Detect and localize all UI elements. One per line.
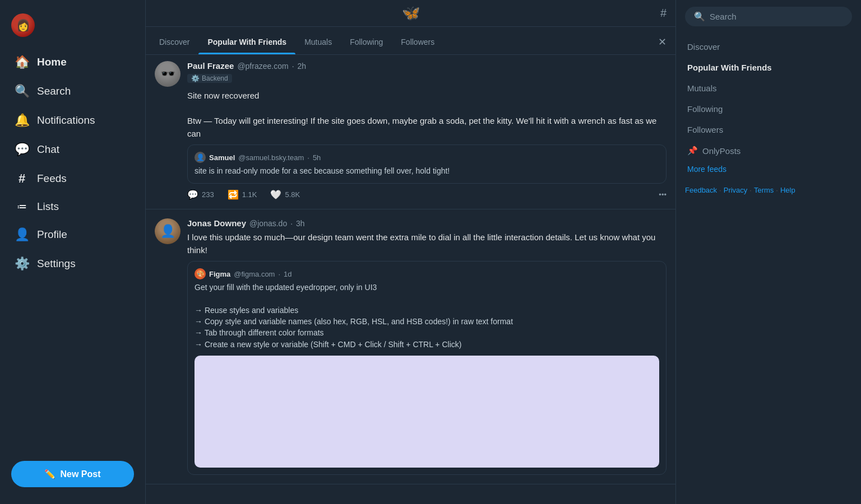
user-avatar[interactable]: 👩 <box>11 13 35 37</box>
sidebar-item-chat[interactable]: 💬 Chat <box>3 136 142 164</box>
sidebar-item-settings[interactable]: ⚙️ Settings <box>3 250 142 278</box>
right-nav-discover[interactable]: Discover <box>685 36 852 57</box>
sidebar-item-notifications[interactable]: 🔔 Notifications <box>3 106 142 134</box>
tab-mutuals[interactable]: Mutuals <box>295 30 341 54</box>
logo-butterfly-icon: 🦋 <box>402 4 420 22</box>
more-action[interactable]: ••• <box>659 190 666 199</box>
privacy-link[interactable]: Privacy <box>724 186 748 194</box>
repost-count: 1.1K <box>242 190 257 199</box>
gear-icon: ⚙️ <box>15 256 29 271</box>
search-input[interactable] <box>710 12 843 21</box>
sidebar-item-home[interactable]: 🏠 Home <box>3 48 142 76</box>
quoted-post[interactable]: 👤 Samuel @samuel.bsky.team · 5h site is … <box>187 144 666 184</box>
pushpin-icon: 📌 <box>687 146 698 156</box>
like-action[interactable]: 🤍 5.8K <box>270 189 300 200</box>
post-item: 👤 Jonas Downey @jonas.do · 3h I love thi… <box>146 209 675 484</box>
tab-followers[interactable]: Followers <box>392 30 443 54</box>
post-timestamp: 2h <box>298 62 307 71</box>
post-author-name[interactable]: Paul Frazee <box>187 61 234 71</box>
quote-author-name: Figma <box>209 270 230 278</box>
post-timestamp: 3h <box>296 219 305 228</box>
post-item: 🕶️ Paul Frazee @pfrazee.com · 2h ⚙️ Back… <box>146 52 675 209</box>
right-sidebar: 🔍 Discover Popular With Friends Mutuals … <box>676 0 861 504</box>
right-nav-mutuals[interactable]: Mutuals <box>685 78 852 99</box>
right-nav-following[interactable]: Following <box>685 99 852 119</box>
main-nav: 🏠 Home 🔍 Search 🔔 Notifications 💬 Chat #… <box>0 48 145 453</box>
tab-following[interactable]: Following <box>341 30 392 54</box>
quote-time: 5h <box>313 153 321 162</box>
sidebar-item-profile[interactable]: 👤 Profile <box>3 221 142 249</box>
comment-action[interactable]: 💬 233 <box>187 189 214 200</box>
right-footer: Feedback · Privacy · Terms · Help <box>685 186 852 194</box>
quote-author-handle: @samuel.bsky.team <box>238 153 304 162</box>
post-header: Jonas Downey @jonas.do · 3h <box>187 218 666 228</box>
sidebar-item-label: Home <box>37 56 67 68</box>
post-author-handle: @pfrazee.com <box>237 62 288 71</box>
more-icon: ••• <box>659 190 666 199</box>
feedback-link[interactable]: Feedback <box>685 186 717 194</box>
right-nav-followers[interactable]: Followers <box>685 119 852 140</box>
comment-count: 233 <box>202 190 214 199</box>
quote-text: Get your fill with the updated eyedroppe… <box>195 282 659 350</box>
heart-icon: 🤍 <box>270 189 281 200</box>
post-time: · <box>292 62 294 71</box>
quote-avatar: 🎨 <box>195 268 206 279</box>
feed-header: 🦋 # <box>146 0 675 27</box>
sidebar-item-label: Notifications <box>37 114 95 127</box>
sidebar-item-label: Feeds <box>37 172 67 185</box>
post-body: Jonas Downey @jonas.do · 3h I love this … <box>187 218 666 475</box>
profile-icon: 👤 <box>15 227 29 242</box>
right-nav-popular-with-friends[interactable]: Popular With Friends <box>685 57 852 78</box>
tab-popular-with-friends[interactable]: Popular With Friends <box>198 30 295 54</box>
post-text: Site now recovered Btw — Today will get … <box>187 90 666 140</box>
terms-link[interactable]: Terms <box>754 186 774 194</box>
quote-avatar: 👤 <box>195 152 206 163</box>
post-author-name[interactable]: Jonas Downey <box>187 218 246 228</box>
new-post-label: New Post <box>60 469 100 479</box>
new-post-button[interactable]: ✏️ New Post <box>11 461 134 487</box>
quote-header: 🎨 Figma @figma.com · 1d <box>195 268 659 279</box>
search-bar[interactable]: 🔍 <box>685 7 852 26</box>
quote-author-name: Samuel <box>209 153 235 162</box>
more-feeds-link[interactable]: More feeds <box>685 161 852 177</box>
post-author-avatar[interactable]: 👤 <box>155 218 180 244</box>
sidebar-item-label: Profile <box>37 228 67 241</box>
sidebar-item-lists[interactable]: ≔ Lists <box>3 194 142 220</box>
quote-author-handle: @figma.com <box>234 270 275 278</box>
lists-icon: ≔ <box>15 200 29 213</box>
quote-text: site is in read-only mode for a sec beca… <box>195 165 659 176</box>
hash-icon: # <box>15 171 29 186</box>
sidebar-item-search[interactable]: 🔍 Search <box>3 77 142 105</box>
search-bar-icon: 🔍 <box>694 11 705 22</box>
repost-icon: 🔁 <box>228 189 239 200</box>
quoted-image <box>195 356 659 468</box>
quoted-post[interactable]: 🎨 Figma @figma.com · 1d Get your fill wi… <box>187 261 666 475</box>
comment-icon: 💬 <box>187 189 198 200</box>
sidebar-item-label: Chat <box>37 143 59 156</box>
bell-icon: 🔔 <box>15 113 29 128</box>
right-nav: Discover Popular With Friends Mutuals Fo… <box>685 36 852 161</box>
post-body: Paul Frazee @pfrazee.com · 2h ⚙️ Backend… <box>187 61 666 200</box>
tab-discover[interactable]: Discover <box>150 30 198 54</box>
edit-icon: ✏️ <box>44 469 55 479</box>
post-text: I love this update so much—our design te… <box>187 231 666 256</box>
left-sidebar: 👩 🏠 Home 🔍 Search 🔔 Notifications 💬 Chat… <box>0 0 146 504</box>
sidebar-item-label: Search <box>37 85 71 97</box>
sidebar-item-feeds[interactable]: # Feeds <box>3 165 142 193</box>
tabs-close-icon[interactable]: ✕ <box>654 36 671 48</box>
post-author-avatar[interactable]: 🕶️ <box>155 61 180 87</box>
sidebar-item-label: Settings <box>37 258 76 270</box>
post-badge: ⚙️ Backend <box>187 74 232 83</box>
post-header: Paul Frazee @pfrazee.com · 2h <box>187 61 666 71</box>
chat-icon: 💬 <box>15 142 29 157</box>
explore-hash-icon[interactable]: # <box>660 7 666 20</box>
right-nav-onlyposts[interactable]: 📌 OnlyPosts <box>685 140 852 161</box>
repost-action[interactable]: 🔁 1.1K <box>228 189 257 200</box>
like-count: 5.8K <box>285 190 300 199</box>
main-feed: 🦋 # Discover Popular With Friends Mutual… <box>146 0 676 504</box>
help-link[interactable]: Help <box>780 186 795 194</box>
quote-time: 1d <box>284 270 291 278</box>
sidebar-item-label: Lists <box>37 200 59 213</box>
search-icon: 🔍 <box>15 84 29 99</box>
quote-sep: · <box>307 153 309 162</box>
